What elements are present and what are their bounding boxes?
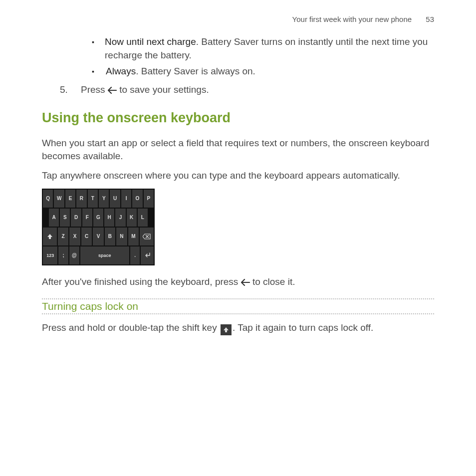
bullet-lead: Now until next charge xyxy=(105,36,196,47)
keyboard-close-text: After you've finished using the keyboard… xyxy=(42,275,434,289)
key-l: L xyxy=(138,209,148,227)
shift-key-icon xyxy=(221,324,232,335)
keyboard-row-2: A S D F G H J K L xyxy=(43,209,154,227)
key-b: B xyxy=(105,228,115,245)
divider xyxy=(42,298,434,299)
subsection-caps-lock: Turning caps lock on xyxy=(42,300,434,312)
key-period: . xyxy=(130,246,140,264)
bullet-marker: ▪ xyxy=(92,35,96,48)
bullet-lead: Always xyxy=(106,66,136,76)
key-enter xyxy=(141,246,154,264)
step-text-before: Press xyxy=(81,84,108,95)
key-v: V xyxy=(93,228,103,245)
key-r: R xyxy=(76,190,86,208)
key-q: Q xyxy=(43,190,53,208)
back-arrow-icon xyxy=(108,87,117,94)
keyboard-intro-1: When you start an app or select a field … xyxy=(42,137,434,163)
keyboard-intro-2: Tap anywhere onscreen where you can type… xyxy=(42,169,434,183)
key-c: C xyxy=(81,228,92,245)
back-arrow-icon xyxy=(241,279,250,286)
caps-before: Press and hold or double-tap the shift k… xyxy=(42,322,220,333)
key-semicolon: ; xyxy=(58,246,68,264)
close-after: to close it. xyxy=(252,276,295,287)
bullet-list: ▪ Now until next charge. Battery Saver t… xyxy=(92,35,434,78)
key-k: K xyxy=(127,209,137,227)
key-w: W xyxy=(54,190,64,208)
key-t: T xyxy=(88,190,98,208)
key-e: E xyxy=(65,190,75,208)
key-g: G xyxy=(93,209,103,227)
key-d: D xyxy=(71,209,81,227)
key-m: M xyxy=(128,228,139,245)
key-y: Y xyxy=(99,190,109,208)
step-5: 5. Press to save your settings. xyxy=(60,84,434,95)
caps-lock-text: Press and hold or double-tap the shift k… xyxy=(42,321,434,335)
key-n: N xyxy=(116,228,127,245)
section-heading-keyboard: Using the onscreen keyboard xyxy=(42,110,434,126)
key-f: F xyxy=(82,209,92,227)
key-i: I xyxy=(121,190,131,208)
key-shift xyxy=(43,228,57,245)
keyboard-row-1: Q W E R T Y U I O P xyxy=(43,190,154,208)
key-o: O xyxy=(132,190,142,208)
bullet-marker: ▪ xyxy=(92,65,97,78)
key-backspace xyxy=(140,228,154,245)
caps-after: . Tap it again to turn caps lock off. xyxy=(233,322,373,333)
key-z: Z xyxy=(58,228,68,245)
bullet-always: ▪ Always. Battery Saver is always on. xyxy=(92,65,434,78)
bullet-rest: . Battery Saver is always on. xyxy=(136,66,255,76)
keyboard-row-3: Z X C V B N M xyxy=(43,228,154,245)
keyboard-illustration: Q W E R T Y U I O P A S D F G H J K L Z xyxy=(42,189,155,265)
page-header: Your first week with your new phone 53 xyxy=(42,15,434,23)
bullet-now-until-next-charge: ▪ Now until next charge. Battery Saver t… xyxy=(92,35,434,62)
header-title: Your first week with your new phone xyxy=(292,15,412,23)
key-s: S xyxy=(60,209,70,227)
key-h: H xyxy=(104,209,114,227)
page-number: 53 xyxy=(426,15,434,23)
key-u: U xyxy=(110,190,120,208)
key-j: J xyxy=(115,209,125,227)
divider xyxy=(42,313,434,314)
key-p: P xyxy=(144,190,154,208)
close-before: After you've finished using the keyboard… xyxy=(42,276,241,287)
key-space: space xyxy=(80,246,129,264)
key-x: X xyxy=(69,228,80,245)
step-text-after: to save your settings. xyxy=(119,84,209,95)
keyboard-row-4: 123 ; @ space . xyxy=(43,246,154,264)
page: Your first week with your new phone 53 ▪… xyxy=(0,0,476,356)
key-at: @ xyxy=(69,246,79,264)
step-number: 5. xyxy=(60,84,70,95)
key-a: A xyxy=(49,209,59,227)
key-123: 123 xyxy=(43,246,57,264)
